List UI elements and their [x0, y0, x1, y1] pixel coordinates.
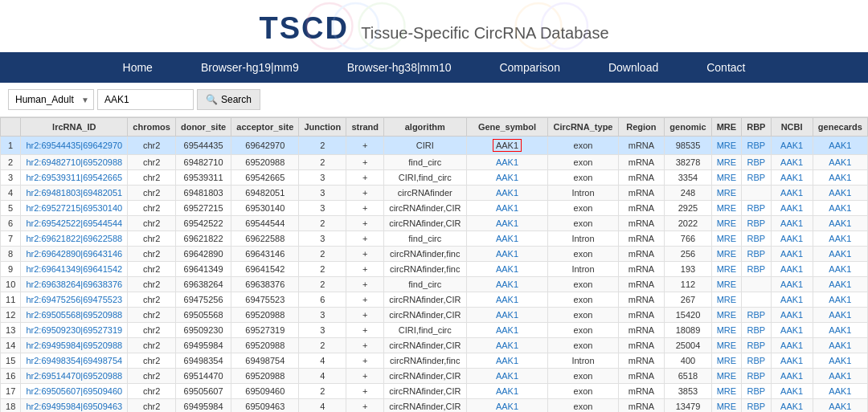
- nav-comparison[interactable]: Comparison: [475, 52, 583, 83]
- cell-id[interactable]: hr2:69509230|69527319: [21, 323, 128, 338]
- cell-rbp[interactable]: RBP: [742, 369, 771, 384]
- cell-mre[interactable]: MRE: [711, 201, 742, 216]
- cell-gene[interactable]: AAK1: [466, 369, 548, 384]
- cell-ncbi[interactable]: AAK1: [771, 338, 813, 353]
- cell-id[interactable]: hr2:69527215|69530140: [21, 201, 128, 216]
- cell-id[interactable]: hr2:69482710|69520988: [21, 155, 128, 170]
- cell-ncbi[interactable]: AAK1: [771, 216, 813, 231]
- cell-genecards[interactable]: AAK1: [813, 384, 867, 399]
- cell-gene[interactable]: AAK1: [466, 277, 548, 292]
- cell-id[interactable]: hr2:69544435|69642970: [21, 137, 128, 155]
- table-row[interactable]: 1hr2:69544435|69642970chr269544435696429…: [1, 137, 868, 155]
- cell-rbp[interactable]: RBP: [742, 399, 771, 413]
- table-row[interactable]: 14hr2:69495984|69520988chr26949598469520…: [1, 338, 868, 353]
- cell-mre[interactable]: MRE: [711, 155, 742, 170]
- cell-genecards[interactable]: AAK1: [813, 216, 867, 231]
- cell-rbp[interactable]: RBP: [742, 353, 771, 369]
- cell-rbp[interactable]: RBP: [742, 216, 771, 231]
- cell-rbp[interactable]: RBP: [742, 247, 771, 262]
- cell-rbp[interactable]: [742, 292, 771, 308]
- table-row[interactable]: 17hr2:69505607|69509460chr26950560769509…: [1, 384, 868, 399]
- table-row[interactable]: 16hr2:69514470|69520988chr26951447069520…: [1, 369, 868, 384]
- cell-ncbi[interactable]: AAK1: [771, 292, 813, 308]
- cell-rbp[interactable]: [742, 277, 771, 292]
- cell-ncbi[interactable]: AAK1: [771, 186, 813, 201]
- cell-rbp[interactable]: RBP: [742, 308, 771, 323]
- cell-id[interactable]: hr2:69539311|69542665: [21, 170, 128, 186]
- cell-mre[interactable]: MRE: [711, 323, 742, 338]
- cell-ncbi[interactable]: AAK1: [771, 323, 813, 338]
- cell-genecards[interactable]: AAK1: [813, 262, 867, 277]
- cell-genecards[interactable]: AAK1: [813, 399, 867, 413]
- cell-ncbi[interactable]: AAK1: [771, 399, 813, 413]
- cell-id[interactable]: hr2:69638264|69638376: [21, 277, 128, 292]
- table-row[interactable]: 4hr2:69481803|69482051chr269481803694820…: [1, 186, 868, 201]
- cell-rbp[interactable]: [742, 186, 771, 201]
- cell-gene[interactable]: AAK1: [466, 353, 548, 369]
- cell-genecards[interactable]: AAK1: [813, 231, 867, 247]
- cell-gene[interactable]: AAK1: [466, 216, 548, 231]
- cell-genecards[interactable]: AAK1: [813, 292, 867, 308]
- cell-genecards[interactable]: AAK1: [813, 323, 867, 338]
- cell-gene[interactable]: AAK1: [466, 399, 548, 413]
- cell-genecards[interactable]: AAK1: [813, 369, 867, 384]
- cell-ncbi[interactable]: AAK1: [771, 155, 813, 170]
- cell-ncbi[interactable]: AAK1: [771, 137, 813, 155]
- cell-id[interactable]: hr2:69505568|69520988: [21, 308, 128, 323]
- cell-mre[interactable]: MRE: [711, 216, 742, 231]
- table-row[interactable]: 15hr2:69498354|69498754chr26949835469498…: [1, 353, 868, 369]
- cell-gene[interactable]: AAK1: [466, 247, 548, 262]
- cell-rbp[interactable]: RBP: [742, 323, 771, 338]
- cell-mre[interactable]: MRE: [711, 262, 742, 277]
- cell-genecards[interactable]: AAK1: [813, 170, 867, 186]
- cell-gene[interactable]: AAK1: [466, 338, 548, 353]
- cell-rbp[interactable]: RBP: [742, 338, 771, 353]
- cell-id[interactable]: hr2:69514470|69520988: [21, 369, 128, 384]
- table-row[interactable]: 9hr2:69641349|69641542chr269641349696415…: [1, 262, 868, 277]
- cell-id[interactable]: hr2:69505607|69509460: [21, 384, 128, 399]
- cell-genecards[interactable]: AAK1: [813, 247, 867, 262]
- cell-mre[interactable]: MRE: [711, 277, 742, 292]
- cell-mre[interactable]: MRE: [711, 384, 742, 399]
- table-row[interactable]: 3hr2:69539311|69542665chr269539311695426…: [1, 170, 868, 186]
- cell-mre[interactable]: MRE: [711, 338, 742, 353]
- cell-rbp[interactable]: RBP: [742, 137, 771, 155]
- cell-genecards[interactable]: AAK1: [813, 155, 867, 170]
- cell-genecards[interactable]: AAK1: [813, 201, 867, 216]
- cell-gene[interactable]: AAK1: [466, 201, 548, 216]
- cell-genecards[interactable]: AAK1: [813, 186, 867, 201]
- cell-gene[interactable]: AAK1: [466, 137, 548, 155]
- search-button[interactable]: 🔍 Search: [197, 89, 260, 110]
- cell-rbp[interactable]: RBP: [742, 170, 771, 186]
- table-row[interactable]: 5hr2:69527215|69530140chr269527215695301…: [1, 201, 868, 216]
- table-row[interactable]: 7hr2:69621822|69622588chr269621822696225…: [1, 231, 868, 247]
- cell-id[interactable]: hr2:69498354|69498754: [21, 353, 128, 369]
- cell-genecards[interactable]: AAK1: [813, 277, 867, 292]
- cell-id[interactable]: hr2:69495984|69509463: [21, 399, 128, 413]
- cell-id[interactable]: hr2:69542522|69544544: [21, 216, 128, 231]
- nav-browser-hg38[interactable]: Browser-hg38|mm10: [323, 52, 476, 83]
- cell-gene[interactable]: AAK1: [466, 323, 548, 338]
- cell-ncbi[interactable]: AAK1: [771, 231, 813, 247]
- cell-mre[interactable]: MRE: [711, 170, 742, 186]
- cell-rbp[interactable]: RBP: [742, 262, 771, 277]
- cell-id[interactable]: hr2:69621822|69622588: [21, 231, 128, 247]
- table-row[interactable]: 12hr2:69505568|69520988chr26950556869520…: [1, 308, 868, 323]
- cell-gene[interactable]: AAK1: [466, 262, 548, 277]
- cell-mre[interactable]: MRE: [711, 369, 742, 384]
- nav-home[interactable]: Home: [99, 52, 177, 83]
- table-row[interactable]: 2hr2:69482710|69520988chr269482710695209…: [1, 155, 868, 170]
- nav-contact[interactable]: Contact: [682, 52, 769, 83]
- nav-download[interactable]: Download: [584, 52, 682, 83]
- cell-genecards[interactable]: AAK1: [813, 308, 867, 323]
- cell-genecards[interactable]: AAK1: [813, 338, 867, 353]
- cell-mre[interactable]: MRE: [711, 292, 742, 308]
- cell-rbp[interactable]: RBP: [742, 201, 771, 216]
- cell-gene[interactable]: AAK1: [466, 384, 548, 399]
- table-row[interactable]: 8hr2:69642890|69643146chr269642890696431…: [1, 247, 868, 262]
- nav-browser-hg19[interactable]: Browser-hg19|mm9: [177, 52, 323, 83]
- table-row[interactable]: 10hr2:69638264|69638376chr26963826469638…: [1, 277, 868, 292]
- table-row[interactable]: 11hr2:69475256|69475523chr26947525669475…: [1, 292, 868, 308]
- species-select[interactable]: Human_Adult Human_Fetal Mouse_Adult Mous…: [8, 89, 94, 110]
- cell-ncbi[interactable]: AAK1: [771, 353, 813, 369]
